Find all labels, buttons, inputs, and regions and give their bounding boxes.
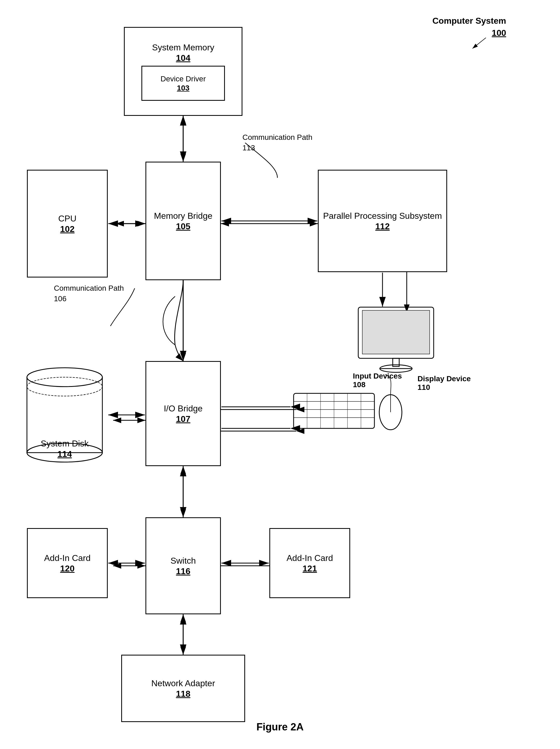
cpu-box: CPU 102 <box>27 170 108 278</box>
system-memory-box: System Memory 104 Device Driver 103 <box>124 27 242 116</box>
switch-box: Switch 116 <box>146 517 221 614</box>
input-devices-wrap: Input Devices 108 <box>291 372 404 458</box>
diagram: Computer System 100 System Memory 104 De… <box>0 0 560 749</box>
memory-bridge-box: Memory Bridge 105 <box>146 162 221 280</box>
computer-system-arrow <box>470 35 502 51</box>
system-disk-label: System Disk 114 <box>22 396 108 501</box>
device-driver-box: Device Driver 103 <box>142 66 225 101</box>
figure-caption: Figure 2A <box>256 721 304 733</box>
display-device-wrap: Display Device 110 <box>353 304 445 380</box>
add-in-card-121-box: Add-In Card 121 <box>270 528 350 598</box>
display-device-label: Display Device 110 <box>417 374 471 392</box>
io-bridge-box: I/O Bridge 107 <box>146 361 221 466</box>
add-in-card-120-box: Add-In Card 120 <box>27 528 108 598</box>
network-adapter-box: Network Adapter 118 <box>121 655 245 722</box>
comm-path-113-arrow <box>234 135 321 183</box>
input-devices-label: Input Devices 108 <box>353 372 402 389</box>
system-disk-cylinder: System Disk 114 <box>22 361 108 466</box>
svg-rect-16 <box>362 311 430 354</box>
monitor-svg <box>353 304 445 380</box>
comm-path-106-arrow <box>102 285 151 329</box>
parallel-processing-box: Parallel Processing Subsystem 112 <box>318 170 447 272</box>
svg-line-14 <box>472 38 486 48</box>
